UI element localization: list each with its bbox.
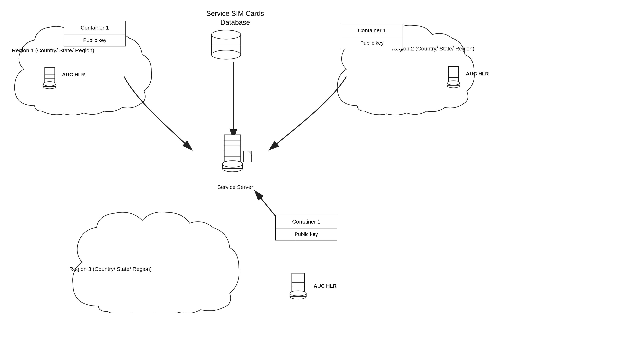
region1-label: Region 1 (Country/ State/ Region) xyxy=(12,47,94,53)
svg-rect-14 xyxy=(448,66,459,83)
sim-database-icon xyxy=(208,26,244,62)
region2-pubkey: Public key xyxy=(341,37,403,49)
region3-container-title: Container 1 xyxy=(276,215,337,229)
database-title-label: Service SIM Cards Database xyxy=(201,9,270,27)
svg-point-20 xyxy=(447,81,460,85)
svg-point-4 xyxy=(211,50,241,59)
region3-server-icon xyxy=(286,271,312,305)
region2-container-title: Container 1 xyxy=(341,24,403,37)
region3-pubkey: Public key xyxy=(276,229,337,240)
region2-container-box: Container 1 Public key xyxy=(341,24,403,49)
svg-rect-7 xyxy=(45,67,55,84)
region2-auc-label: AUC HLR xyxy=(466,70,489,77)
region3-label: Region 3 (Country/ State/ Region) xyxy=(69,266,152,272)
svg-point-28 xyxy=(223,161,242,167)
svg-point-3 xyxy=(211,30,241,39)
region3-auc-label: AUC HLR xyxy=(314,282,337,289)
region1-container-box: Container 1 Public key xyxy=(64,21,126,47)
region3-cloud xyxy=(62,200,244,313)
region1-auc-label: AUC HLR xyxy=(62,71,85,78)
region1-pubkey: Public key xyxy=(64,34,125,46)
diagram: Service SIM Cards Database Region 1 (Cou… xyxy=(0,0,621,364)
region3-container-box: Container 1 Public key xyxy=(275,215,337,240)
svg-point-13 xyxy=(43,82,56,86)
service-server-icon xyxy=(217,133,253,182)
service-server-label: Service Server xyxy=(215,184,255,190)
region1-container-title: Container 1 xyxy=(64,21,125,34)
svg-rect-21 xyxy=(224,135,241,164)
svg-point-37 xyxy=(290,291,306,296)
svg-rect-31 xyxy=(292,273,305,293)
region2-label: Region 2 (Country/ State/ Region) xyxy=(392,46,474,52)
region2-server-icon xyxy=(443,65,465,94)
region1-server-icon xyxy=(39,66,61,95)
